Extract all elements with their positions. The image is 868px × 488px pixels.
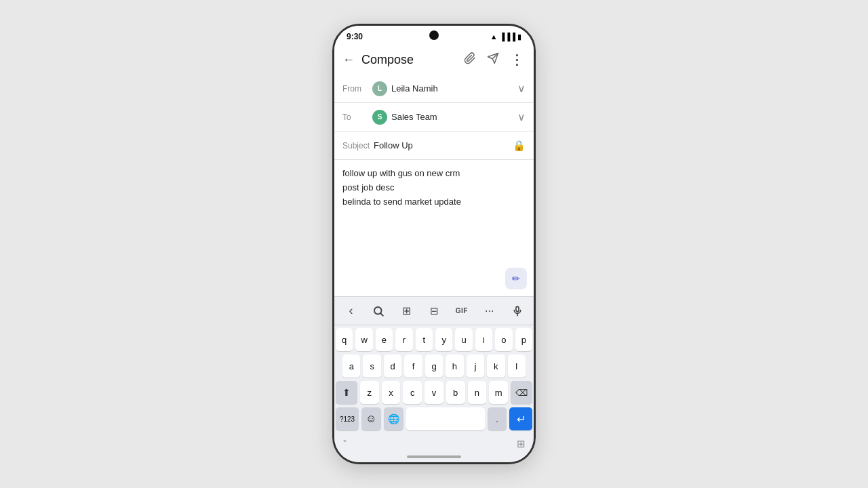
key-n[interactable]: n [468,381,487,404]
key-o[interactable]: o [495,328,512,351]
key-s[interactable]: s [363,354,380,378]
from-value: L Leila Namih [372,81,517,96]
keyboard-clipboard-button[interactable]: ⊟ [420,301,448,321]
keyboard-more-button[interactable]: ··· [475,301,503,321]
compose-body: From L Leila Namih ∨ To S Sales Team ∨ S… [334,75,534,296]
phone-frame: 9:30 ▲ ▐▐▐ ▮ ← Compose ⋮ From L [332,24,536,464]
keyboard-gif-button[interactable]: GIF [448,303,475,319]
signal-icon: ▐▐▐ [500,33,515,41]
bottom-bar: ˅ ⊞ [334,435,534,454]
from-label: From [342,84,370,94]
keyboard-back-button[interactable]: ‹ [337,300,365,322]
lock-icon: 🔒 [513,140,526,152]
from-name: Leila Namih [391,83,438,94]
email-body[interactable]: follow up with gus on new crm post job d… [334,160,534,296]
key-j[interactable]: j [467,354,484,378]
battery-icon: ▮ [517,33,521,41]
globe-key[interactable]: 🌐 [384,407,403,430]
keyboard: q w e r t y u i o p a s d f g h j k l ⬆ … [334,325,534,435]
key-e[interactable]: e [376,328,393,351]
key-g[interactable]: g [425,354,443,378]
to-avatar: S [372,110,387,125]
grid-icon[interactable]: ⊞ [517,438,526,450]
key-r[interactable]: r [395,328,412,351]
key-k[interactable]: k [487,354,505,378]
keyboard-translate-button[interactable]: ⊞ [393,300,420,321]
shift-key[interactable]: ⬆ [336,381,357,404]
status-icons: ▲ ▐▐▐ ▮ [490,33,521,41]
key-u[interactable]: u [455,328,472,351]
svg-line-3 [381,313,383,315]
num-key[interactable]: ?123 [336,407,359,430]
key-p[interactable]: p [515,328,532,351]
compose-title: Compose [359,53,461,67]
wifi-icon: ▲ [490,33,498,41]
keyboard-mic-button[interactable] [503,300,531,322]
key-l[interactable]: l [508,354,526,378]
key-d[interactable]: d [384,354,401,378]
key-w[interactable]: w [355,328,372,351]
period-key[interactable]: . [488,407,507,430]
key-b[interactable]: b [446,381,465,404]
to-avatar-letter: S [378,113,382,121]
pencil-star-icon: ✏ [512,271,520,286]
toolbar-icons: ⋮ [461,49,527,70]
body-line2: post job desc [342,181,526,195]
body-line3: belinda to send market update [342,195,526,209]
key-h[interactable]: h [446,354,463,378]
ai-assist-button[interactable]: ✏ [505,268,527,289]
to-label: To [342,113,370,122]
key-f[interactable]: f [404,354,422,378]
space-key[interactable] [406,407,485,430]
key-a[interactable]: a [342,354,360,378]
keyboard-toolbar: ‹ ⊞ ⊟ GIF ··· [334,296,534,325]
subject-value[interactable]: Follow Up [374,140,513,150]
delete-key[interactable]: ⌫ [511,381,532,404]
to-dropdown-icon[interactable]: ∨ [517,110,526,123]
to-name: Sales Team [391,112,437,122]
key-x[interactable]: x [382,381,401,404]
to-value: S Sales Team [372,110,517,125]
from-row: From L Leila Namih ∨ [334,75,534,103]
send-icon[interactable] [484,49,502,70]
back-button[interactable]: ← [338,49,359,71]
home-bar-container [334,454,534,462]
camera-notch [429,30,439,40]
key-c[interactable]: c [403,381,422,404]
subject-row: Subject Follow Up 🔒 [334,131,534,160]
key-m[interactable]: m [489,381,508,404]
key-row-1: q w e r t y u i o p [336,328,532,351]
keyboard-search-button[interactable] [365,301,393,321]
attach-icon[interactable] [461,49,479,70]
subject-label: Subject [342,141,374,150]
key-v[interactable]: v [425,381,443,404]
to-row: To S Sales Team ∨ [334,103,534,131]
key-i[interactable]: i [475,328,492,351]
from-avatar: L [372,81,387,96]
home-bar [407,455,461,458]
key-row-3: ⬆ z x c v b n m ⌫ [336,381,532,404]
key-q[interactable]: q [336,328,353,351]
chevron-down-icon[interactable]: ˅ [342,439,347,449]
emoji-key[interactable]: ☺ [361,407,381,430]
from-dropdown-icon[interactable]: ∨ [517,82,526,95]
key-y[interactable]: y [435,328,452,351]
key-row-bottom: ?123 ☺ 🌐 . ↵ [336,407,532,430]
enter-key[interactable]: ↵ [509,407,532,430]
svg-rect-4 [516,306,519,311]
body-line1: follow up with gus on new crm [342,167,526,181]
status-time: 9:30 [347,32,363,41]
app-bar: ← Compose ⋮ [334,45,534,75]
key-z[interactable]: z [360,381,379,404]
more-icon[interactable]: ⋮ [507,49,527,70]
status-bar: 9:30 ▲ ▐▐▐ ▮ [334,26,534,45]
from-avatar-letter: L [378,85,382,92]
key-t[interactable]: t [416,328,433,351]
key-row-2: a s d f g h j k l [336,354,532,378]
